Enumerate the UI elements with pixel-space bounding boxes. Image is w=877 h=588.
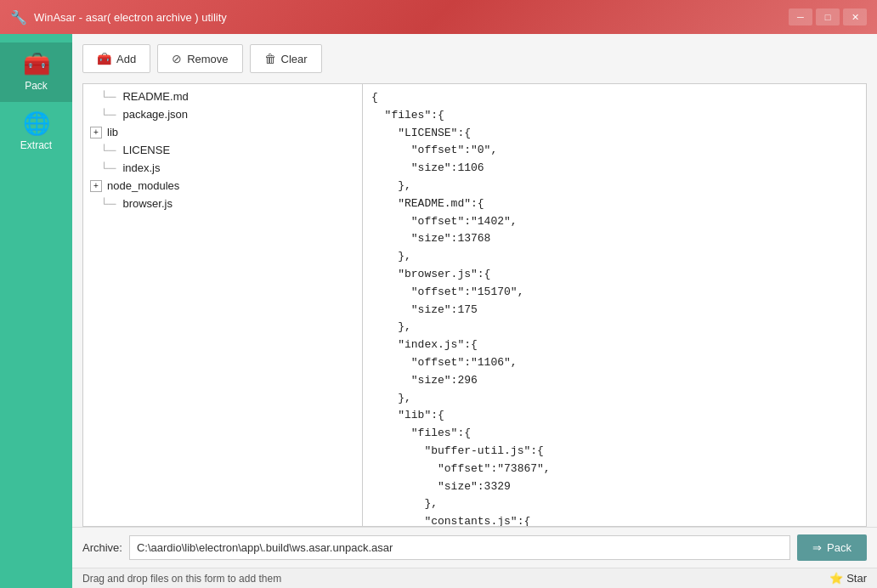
- content-area: 🧰 Add ⊘ Remove 🗑 Clear └─ README.md: [72, 34, 877, 588]
- title-bar: 🔧 WinAsar - asar( electron archive ) uti…: [0, 0, 877, 34]
- toolbar: 🧰 Add ⊘ Remove 🗑 Clear: [72, 34, 877, 83]
- star-icon: ⭐: [829, 572, 843, 585]
- sidebar: 🧰 Pack 🌐 Extract: [0, 34, 72, 588]
- app-icon: 🔧: [10, 9, 27, 25]
- main-panel: └─ README.md └─ package.json + lib └─ LI…: [72, 83, 877, 527]
- file-name: LICENSE: [122, 144, 170, 156]
- app-title: WinAsar - asar( electron archive ) utili…: [34, 11, 227, 24]
- file-name: package.json: [122, 108, 188, 121]
- file-tree[interactable]: └─ README.md └─ package.json + lib └─ LI…: [82, 83, 363, 527]
- file-name: index.js: [122, 161, 160, 174]
- add-button[interactable]: 🧰 Add: [82, 44, 150, 73]
- list-item[interactable]: + lib: [83, 123, 362, 141]
- pack-icon: ⇒: [812, 541, 822, 554]
- list-item[interactable]: + node_modules: [83, 177, 362, 195]
- star-label: Star: [846, 572, 867, 585]
- list-item[interactable]: └─ LICENSE: [83, 141, 362, 159]
- remove-button[interactable]: ⊘ Remove: [157, 44, 242, 73]
- list-item[interactable]: └─ index.js: [83, 159, 362, 177]
- clear-button[interactable]: 🗑 Clear: [250, 44, 322, 73]
- title-bar-left: 🔧 WinAsar - asar( electron archive ) uti…: [10, 9, 227, 25]
- pack-icon: 🧰: [23, 53, 50, 75]
- extract-icon: 🌐: [23, 112, 50, 134]
- star-button[interactable]: ⭐ Star: [829, 572, 867, 585]
- list-item[interactable]: └─ README.md: [83, 88, 362, 105]
- json-viewer: { "files":{ "LICENSE":{ "offset":"0", "s…: [363, 83, 867, 527]
- list-item[interactable]: └─ browser.js: [83, 195, 362, 212]
- folder-name: node_modules: [107, 179, 179, 192]
- drag-drop-text: Drag and drop files on this form to add …: [82, 573, 281, 585]
- archive-label: Archive:: [82, 541, 122, 554]
- sidebar-item-pack[interactable]: 🧰 Pack: [0, 42, 72, 102]
- add-label: Add: [116, 53, 136, 65]
- file-name: README.md: [122, 90, 188, 103]
- expand-icon[interactable]: +: [90, 180, 102, 192]
- extract-label: Extract: [20, 139, 52, 151]
- close-button[interactable]: ✕: [843, 8, 867, 25]
- folder-name: lib: [107, 126, 118, 139]
- status-bar: Drag and drop files on this form to add …: [72, 568, 877, 588]
- clear-label: Clear: [281, 53, 308, 65]
- file-name: browser.js: [122, 197, 173, 210]
- clear-icon: 🗑: [264, 52, 276, 65]
- expand-icon[interactable]: +: [90, 127, 102, 139]
- window-controls: ─ □ ✕: [789, 8, 867, 25]
- bottom-bar: Archive: ⇒ Pack: [72, 527, 877, 568]
- pack-label: Pack: [827, 541, 852, 554]
- minimize-button[interactable]: ─: [789, 8, 812, 25]
- app-body: 🧰 Pack 🌐 Extract 🧰 Add ⊘ Remove 🗑 Clear: [0, 34, 877, 588]
- add-icon: 🧰: [97, 52, 111, 65]
- list-item[interactable]: └─ package.json: [83, 105, 362, 123]
- archive-input[interactable]: [129, 535, 790, 560]
- sidebar-item-extract[interactable]: 🌐 Extract: [0, 102, 72, 161]
- maximize-button[interactable]: □: [816, 8, 840, 25]
- pack-button[interactable]: ⇒ Pack: [797, 534, 867, 561]
- remove-label: Remove: [187, 53, 228, 65]
- pack-label: Pack: [25, 80, 48, 92]
- remove-icon: ⊘: [172, 52, 182, 65]
